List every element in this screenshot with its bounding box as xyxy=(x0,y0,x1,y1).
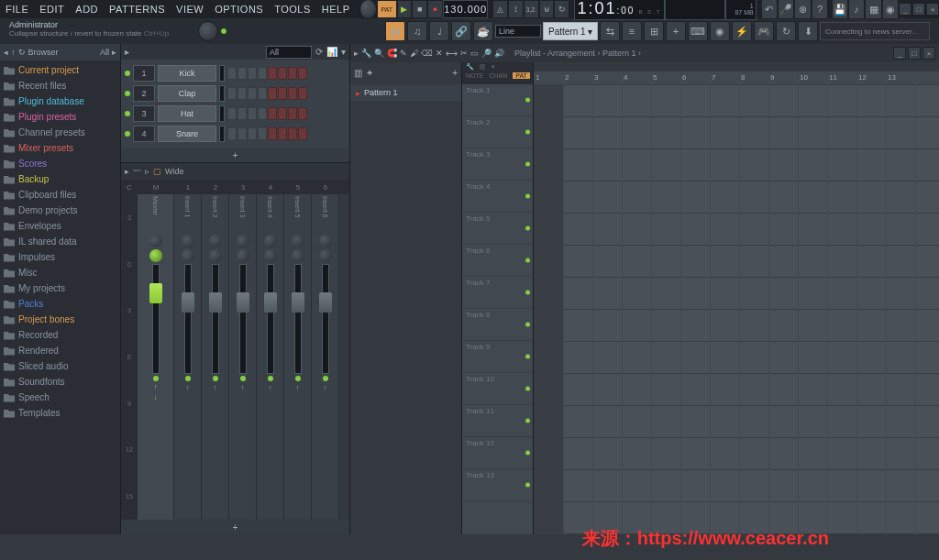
stereo-knob[interactable] xyxy=(319,249,332,262)
mute-led[interactable] xyxy=(268,376,273,381)
step-button[interactable] xyxy=(268,107,277,120)
pan-knob[interactable] xyxy=(292,235,304,247)
browser-item[interactable]: Demo projects xyxy=(0,203,120,218)
snap-selector[interactable]: Line xyxy=(495,25,541,38)
pl-min-icon[interactable]: _ xyxy=(893,47,906,60)
track-header[interactable]: Track 11 xyxy=(462,405,533,437)
close-all-icon[interactable]: ⊗ xyxy=(794,0,811,19)
menu-help[interactable]: HELP xyxy=(316,4,356,15)
track-mute-led[interactable] xyxy=(525,194,530,199)
step-button[interactable] xyxy=(258,127,267,140)
step-button[interactable] xyxy=(248,127,257,140)
channel-led[interactable] xyxy=(125,71,130,76)
save-icon[interactable]: 💾 xyxy=(832,0,848,19)
fader-handle[interactable] xyxy=(264,292,277,313)
cr-menu-icon[interactable]: ▸ xyxy=(125,47,129,57)
browser-item[interactable]: Packs xyxy=(0,296,120,312)
view-channelrack-icon[interactable]: ♩ xyxy=(429,21,449,41)
pl-tool-wrench-icon[interactable]: 🔧 xyxy=(466,63,474,71)
mixer-insert[interactable]: Insert 5↑ xyxy=(284,194,312,520)
pattern-song-toggle[interactable]: PAT xyxy=(377,0,397,18)
step-button[interactable] xyxy=(227,127,237,140)
export-icon[interactable]: ▦ xyxy=(865,0,881,19)
stop-button[interactable]: ■ xyxy=(412,0,427,18)
pattern-item[interactable]: Pattern 1 xyxy=(350,84,461,101)
track-mute-led[interactable] xyxy=(525,451,530,456)
pan-knob[interactable] xyxy=(182,235,194,247)
track-mute-led[interactable] xyxy=(525,323,530,327)
stereo-knob[interactable] xyxy=(209,249,222,262)
browser-fwd-icon[interactable]: ↑ xyxy=(11,48,16,57)
route-arrow[interactable]: ↑ xyxy=(268,383,272,392)
stereo-knob[interactable] xyxy=(149,249,162,262)
track-mute-led[interactable] xyxy=(525,130,530,135)
undo-history-icon[interactable]: ↶ xyxy=(761,0,778,19)
pl-tool-select-icon[interactable]: ▭ xyxy=(470,49,479,58)
route-arrow[interactable]: ↑ xyxy=(323,383,327,392)
track-mute-led[interactable] xyxy=(525,291,530,295)
track-header[interactable]: Track 3 xyxy=(462,148,533,181)
fader-handle[interactable] xyxy=(182,292,194,313)
step-button[interactable] xyxy=(278,67,287,80)
step-button[interactable] xyxy=(278,87,287,100)
track-header[interactable]: Track 5 xyxy=(462,213,533,245)
pl-tool-erase-icon[interactable]: ⌫ xyxy=(421,49,433,58)
pl-tool-play-icon[interactable]: 🔊 xyxy=(494,49,504,58)
fader-track[interactable] xyxy=(239,264,247,374)
view-browser-icon[interactable]: ☕ xyxy=(473,21,493,41)
fader-handle[interactable] xyxy=(209,292,222,313)
route-arrows[interactable]: ↑↓ xyxy=(154,383,158,401)
stereo-knob[interactable] xyxy=(264,249,277,262)
channel-name[interactable]: Hat xyxy=(158,105,216,122)
pl-tool-magnet-icon[interactable]: 🧲 xyxy=(387,49,397,58)
browser-item[interactable]: Speech xyxy=(0,390,120,405)
maximize-icon[interactable]: □ xyxy=(912,3,925,16)
step-button[interactable] xyxy=(288,127,297,140)
tool-slip-icon[interactable]: ⇆ xyxy=(600,21,620,41)
step-button[interactable] xyxy=(268,127,277,140)
route-arrow[interactable]: ↑ xyxy=(240,383,245,392)
pattern-selector[interactable]: Pattern 1▾ xyxy=(543,22,598,40)
tool-typing-icon[interactable]: ⌨ xyxy=(688,21,708,41)
pl-auto-icon[interactable]: ✦ xyxy=(366,68,373,78)
menu-patterns[interactable]: PATTERNS xyxy=(104,4,171,15)
mixer-insert[interactable]: Insert 2↑ xyxy=(202,194,229,520)
step-button[interactable] xyxy=(278,107,287,120)
browser-item[interactable]: Rendered xyxy=(0,343,120,358)
menu-add[interactable]: ADD xyxy=(70,4,104,15)
pan-knob[interactable] xyxy=(237,235,249,247)
step-button[interactable] xyxy=(258,107,267,120)
menu-tools[interactable]: TOOLS xyxy=(269,4,316,15)
fader-handle[interactable] xyxy=(237,292,249,313)
step-button[interactable] xyxy=(298,107,307,120)
pan-knob[interactable] xyxy=(149,235,162,247)
pan-knob[interactable] xyxy=(209,235,222,247)
mixer-master[interactable]: Master↑↓ xyxy=(138,194,174,520)
track-header[interactable]: Track 12 xyxy=(462,437,533,469)
onekey-icon[interactable]: ◉ xyxy=(882,0,899,19)
pl-tool-zoom-icon[interactable]: 🔎 xyxy=(481,49,492,58)
browser-item[interactable]: Channel presets xyxy=(0,125,120,140)
step-button[interactable] xyxy=(298,127,307,140)
track-mute-led[interactable] xyxy=(525,226,530,231)
minimize-icon[interactable]: _ xyxy=(899,3,911,16)
browser-refresh-icon[interactable]: ↻ xyxy=(18,48,26,57)
render-icon[interactable]: ♪ xyxy=(848,0,865,19)
step-button[interactable] xyxy=(248,67,257,80)
fader-track[interactable] xyxy=(184,264,192,374)
channel-number[interactable]: 4 xyxy=(133,126,155,142)
mixer-add-button[interactable]: + xyxy=(121,520,349,534)
mixer-wave-icon[interactable]: 〰 xyxy=(133,167,141,176)
tempo-display[interactable]: 130.000 xyxy=(443,0,489,18)
browser-item[interactable]: Mixer presets xyxy=(0,140,120,156)
pl-tab-note[interactable]: NOTE xyxy=(466,72,483,79)
tool-add-icon[interactable]: + xyxy=(666,21,686,41)
channel-number[interactable]: 1 xyxy=(133,65,155,82)
view-playlist-icon[interactable]: ▤ xyxy=(385,21,405,41)
track-header[interactable]: Track 4 xyxy=(462,181,533,213)
step-button[interactable] xyxy=(238,87,247,100)
mixer-insert[interactable]: Insert 4↑ xyxy=(257,194,284,520)
browser-item[interactable]: Backup xyxy=(0,171,120,187)
pl-tool-mute-icon[interactable]: ✕ xyxy=(436,49,443,58)
menu-view[interactable]: VIEW xyxy=(171,4,209,15)
